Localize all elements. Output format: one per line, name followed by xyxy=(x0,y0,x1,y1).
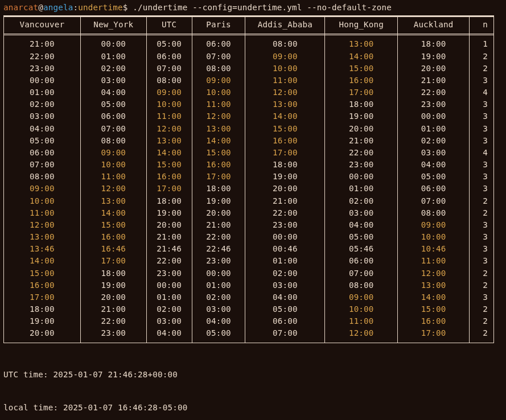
time-cell: 06:00 xyxy=(81,110,147,122)
time-cell: 01:00 xyxy=(147,291,192,303)
time-cell: 17:00 xyxy=(147,183,192,195)
time-cell: 02:00 xyxy=(147,303,192,315)
time-cell: 19:00 xyxy=(81,279,147,291)
time-cell: 08:00 xyxy=(4,171,81,183)
time-cell: 10:00 xyxy=(81,159,147,171)
time-cell: 09:00 xyxy=(245,51,325,63)
time-cell: 05:00 xyxy=(4,135,81,147)
time-cell: 19:00 xyxy=(192,195,246,207)
time-cell: 04:00 xyxy=(81,87,147,98)
time-cell: 23:00 xyxy=(398,98,470,110)
time-cell: 07:00 xyxy=(398,195,470,207)
time-cell: 12:00 xyxy=(192,110,246,122)
time-cell: 00:00 xyxy=(147,279,192,291)
time-cell: 05:00 xyxy=(325,231,398,243)
time-cell: 21:00 xyxy=(325,135,398,147)
table-row: 20:0023:0004:0005:0007:0012:0017:002 xyxy=(4,327,493,342)
count-cell: 3 xyxy=(470,183,493,195)
count-cell: 3 xyxy=(470,159,493,171)
time-cell: 16:00 xyxy=(192,159,246,171)
count-cell: 4 xyxy=(470,147,493,159)
time-cell: 12:00 xyxy=(4,219,81,231)
time-cell: 06:00 xyxy=(192,35,246,50)
time-cell: 02:00 xyxy=(398,135,470,147)
time-cell: 07:00 xyxy=(325,267,398,279)
time-cell: 16:00 xyxy=(325,75,398,87)
time-cell: 11:00 xyxy=(4,207,81,219)
output-footer: UTC time: 2025-01-07 21:46:28+00:00 loca… xyxy=(3,348,503,420)
time-cell: 00:00 xyxy=(325,171,398,183)
time-cell: 03:00 xyxy=(81,75,147,87)
local-time-line: local time: 2025-01-07 16:46:28-05:00 xyxy=(3,402,503,413)
table-row: 13:0016:0021:0022:0000:0005:0010:003 xyxy=(4,231,493,243)
count-cell: 1 xyxy=(470,35,493,50)
time-cell: 19:00 xyxy=(398,51,470,63)
time-cell: 10:46 xyxy=(398,243,470,255)
table-row: 07:0010:0015:0016:0018:0023:0004:003 xyxy=(4,159,493,171)
table-row: 16:0019:0000:0001:0003:0008:0013:002 xyxy=(4,279,493,291)
time-cell: 03:00 xyxy=(245,279,325,291)
time-cell: 20:00 xyxy=(192,207,246,219)
time-cell: 15:00 xyxy=(81,219,147,231)
time-cell: 15:00 xyxy=(325,63,398,75)
time-cell: 00:00 xyxy=(245,231,325,243)
table-row: 02:0005:0010:0011:0013:0018:0023:003 xyxy=(4,98,493,110)
count-cell: 3 xyxy=(470,123,493,135)
time-cell: 18:00 xyxy=(4,303,81,315)
time-cell: 10:00 xyxy=(325,303,398,315)
time-cell: 13:00 xyxy=(192,123,246,135)
time-cell: 01:00 xyxy=(245,255,325,267)
prompt-at: @ xyxy=(38,3,43,12)
utc-time-line: UTC time: 2025-01-07 21:46:28+00:00 xyxy=(3,369,503,380)
time-cell: 20:00 xyxy=(4,327,81,342)
time-cell: 07:00 xyxy=(147,63,192,75)
time-cell: 14:00 xyxy=(81,207,147,219)
count-cell: 3 xyxy=(470,171,493,183)
time-cell: 04:00 xyxy=(398,159,470,171)
time-cell: 10:00 xyxy=(192,87,246,98)
time-cell: 04:00 xyxy=(192,315,246,327)
time-cell: 15:00 xyxy=(147,159,192,171)
table-row: 01:0004:0009:0010:0012:0017:0022:004 xyxy=(4,87,493,98)
time-cell: 22:00 xyxy=(4,51,81,63)
time-cell: 00:00 xyxy=(398,110,470,122)
time-cell: 10:00 xyxy=(4,195,81,207)
time-cell: 04:00 xyxy=(147,327,192,342)
time-cell: 05:00 xyxy=(398,171,470,183)
time-cell: 01:00 xyxy=(4,87,81,98)
time-cell: 07:00 xyxy=(81,123,147,135)
time-cell: 18:00 xyxy=(81,267,147,279)
time-cell: 20:00 xyxy=(398,63,470,75)
time-cell: 15:00 xyxy=(4,267,81,279)
time-cell: 17:00 xyxy=(325,87,398,98)
table-row: 18:0021:0002:0003:0005:0010:0015:002 xyxy=(4,303,493,315)
col-header: New_York xyxy=(81,16,147,35)
time-cell: 16:00 xyxy=(81,231,147,243)
time-cell: 17:00 xyxy=(398,327,470,342)
time-cell: 21:00 xyxy=(81,303,147,315)
table-row: 15:0018:0023:0000:0002:0007:0012:002 xyxy=(4,267,493,279)
time-cell: 03:00 xyxy=(325,207,398,219)
time-cell: 13:00 xyxy=(147,135,192,147)
time-cell: 23:00 xyxy=(192,255,246,267)
time-cell: 10:00 xyxy=(147,98,192,110)
time-cell: 20:00 xyxy=(147,219,192,231)
time-cell: 13:00 xyxy=(81,195,147,207)
time-cell: 19:00 xyxy=(4,315,81,327)
time-cell: 16:46 xyxy=(81,243,147,255)
time-cell: 17:00 xyxy=(81,255,147,267)
time-cell: 09:00 xyxy=(398,219,470,231)
time-cell: 21:00 xyxy=(4,35,81,50)
time-cell: 17:00 xyxy=(245,147,325,159)
time-cell: 12:00 xyxy=(245,87,325,98)
time-cell: 02:00 xyxy=(192,291,246,303)
table-body: 21:0000:0005:0006:0008:0013:0018:00122:0… xyxy=(4,35,493,342)
table-header-row: Vancouver New_York UTC Paris Addis_Ababa… xyxy=(4,16,493,35)
time-cell: 09:00 xyxy=(192,75,246,87)
time-cell: 18:00 xyxy=(398,35,470,50)
count-cell: 2 xyxy=(470,303,493,315)
time-cell: 17:00 xyxy=(192,171,246,183)
time-cell: 05:00 xyxy=(192,327,246,342)
table-row: 04:0007:0012:0013:0015:0020:0001:003 xyxy=(4,123,493,135)
time-cell: 08:00 xyxy=(147,75,192,87)
